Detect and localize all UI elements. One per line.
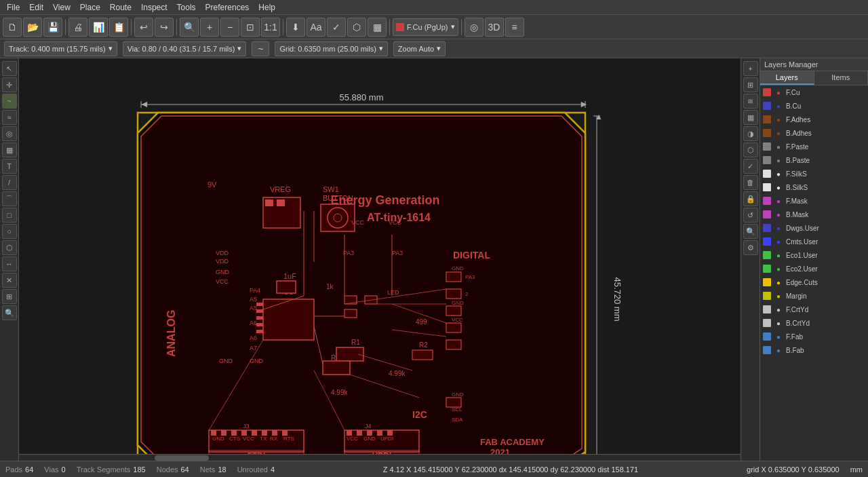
layer-visibility-icon[interactable]: ● [774,155,783,165]
pcb-view[interactable]: Energy Generation AT-tiny-1614 ANALOG DI… [19,58,741,461]
layer-visibility-icon[interactable]: ● [774,332,783,341]
layer-visibility-icon[interactable]: ● [774,264,783,273]
menu-view[interactable]: View [49,1,75,14]
add-text-tool[interactable]: T [2,159,17,174]
gerber-button[interactable]: 📋 [109,18,128,37]
add-circle-tool[interactable]: ○ [2,224,17,239]
save-button[interactable]: 💾 [43,18,62,37]
zoom-fit-button[interactable]: ⊡ [241,18,260,37]
layer-item-b-crtyd[interactable]: ●B.CrtYd [760,316,868,330]
layer-select[interactable]: F.Cu (PgUp) ▾ [393,18,458,36]
menu-tools[interactable]: Tools [173,1,200,14]
layer-item-cmts-user[interactable]: ●Cmts.User [760,235,868,248]
canvas-area[interactable]: Energy Generation AT-tiny-1614 ANALOG DI… [19,58,741,461]
select-tool[interactable]: ↖ [2,61,17,76]
settings-btn[interactable]: ⚙ [743,240,758,255]
layer-visibility-icon[interactable]: ● [774,210,783,219]
layer-item-f-fab[interactable]: ●F.Fab [760,330,868,343]
track-dropdown[interactable]: Track: 0.400 mm (15.75 mils) ▾ [4,41,117,56]
layer-item-edge-cuts[interactable]: ●Edge.Cuts [760,275,868,289]
layer-item-f-silks[interactable]: ●F.SilkS [760,167,868,180]
footprint-button[interactable]: ⬡ [347,18,366,37]
interactive-router-btn[interactable]: ~ [252,41,269,56]
layer-item-eco1-user[interactable]: ●Eco1.User [760,248,868,262]
layer-visibility-icon[interactable]: ● [774,345,783,355]
lock-btn[interactable]: 🔒 [743,191,758,206]
layer-visibility-icon[interactable]: ● [774,223,783,233]
scroll-thumb[interactable] [155,455,209,461]
layer-item-eco2-user[interactable]: ●Eco2.User [760,262,868,275]
layer-item-f-crtyd[interactable]: ●F.CrtYd [760,303,868,316]
tab-layers[interactable]: Layers [760,71,814,85]
layer-visibility-icon[interactable]: ● [774,128,783,138]
menu-route[interactable]: Route [106,1,136,14]
layer-visibility-icon[interactable]: ● [774,169,783,178]
layer-visibility-icon[interactable]: ● [774,101,783,111]
zoom-dropdown[interactable]: Zoom Auto ▾ [393,41,446,56]
add-zone-tool[interactable]: ▦ [2,142,17,157]
highlight-button[interactable]: ◎ [465,18,484,37]
menu-preferences[interactable]: Preferences [201,1,254,14]
delete-tool[interactable]: ✕ [2,273,17,288]
delete-btn[interactable]: 🗑 [743,175,758,190]
layer-item-b-adhes[interactable]: ●B.Adhes [760,126,868,140]
layer-visibility-icon[interactable]: ● [774,250,783,260]
move-tool[interactable]: ✛ [2,77,17,92]
menu-inspect[interactable]: Inspect [137,1,172,14]
horizontal-scrollbar[interactable] [19,454,741,461]
layer-item-margin[interactable]: ●Margin [760,289,868,303]
3d-button[interactable]: 3D [485,18,504,37]
zoom-search-button[interactable]: 🔍 [180,18,199,37]
add-polygon-tool[interactable]: ⬡ [2,240,17,255]
high-contrast-btn[interactable]: ◑ [743,126,758,141]
footprint-tool[interactable]: ⊞ [2,289,17,304]
layer-visibility-icon[interactable]: ● [774,88,783,97]
plot-button[interactable]: 📊 [89,18,108,37]
netlist-button[interactable]: ⬇ [286,18,305,37]
snap-btn[interactable]: + [743,61,758,76]
layer-item-b-cu[interactable]: ●B.Cu [760,99,868,113]
route-track-tool[interactable]: ~ [2,94,17,109]
layer-item-b-mask[interactable]: ●B.Mask [760,208,868,221]
layer-item-f-paste[interactable]: ●F.Paste [760,140,868,153]
grid-snap-btn[interactable]: ⊞ [743,77,758,92]
layer-visibility-icon[interactable]: ● [774,305,783,314]
add-via-tool[interactable]: ◎ [2,126,17,141]
layer-item-f-adhes[interactable]: ●F.Adhes [760,113,868,126]
add-line-tool[interactable]: / [2,175,17,190]
drc-button[interactable]: ✓ [327,18,346,37]
copper-fill-button[interactable]: ▦ [368,18,387,37]
menu-edit[interactable]: Edit [25,1,47,14]
layer-visibility-icon[interactable]: ● [774,142,783,151]
layer-item-f-cu[interactable]: ●F.Cu [760,85,868,99]
open-button[interactable]: 📂 [23,18,42,37]
menu-help[interactable]: Help [254,1,279,14]
zoom-in-button[interactable]: + [200,18,219,37]
grid-dropdown[interactable]: Grid: 0.6350 mm (25.00 mils) ▾ [275,41,387,56]
new-button[interactable]: 🗋 [3,18,22,37]
ratsnest-btn[interactable]: ≋ [743,94,758,109]
redo-button[interactable]: ↪ [155,18,174,37]
calculator-button[interactable]: ≡ [505,18,524,37]
via-dropdown[interactable]: Via: 0.80 / 0.40 (31.5 / 15.7 mils) ▾ [123,41,247,56]
layer-item-dwgs-user[interactable]: ●Dwgs.User [760,221,868,235]
zoom-out-button[interactable]: − [220,18,239,37]
drc-btn2[interactable]: ✓ [743,159,758,174]
layer-item-b-fab[interactable]: ●B.Fab [760,343,868,357]
inspect-tool[interactable]: 🔍 [2,305,17,320]
layer-visibility-icon[interactable]: ● [774,278,783,287]
layer-visibility-icon[interactable]: ● [774,318,783,328]
layer-visibility-icon[interactable]: ● [774,196,783,206]
annotate-button[interactable]: Aa [307,18,326,37]
diff-pair-tool[interactable]: ≈ [2,110,17,125]
layer-visibility-icon[interactable]: ● [774,237,783,246]
refresh-btn[interactable]: ↺ [743,208,758,223]
print-button[interactable]: 🖨 [68,18,87,37]
menu-file[interactable]: File [3,1,24,14]
layer-visibility-icon[interactable]: ● [774,115,783,124]
layer-visibility-icon[interactable]: ● [774,291,783,301]
search-btn2[interactable]: 🔍 [743,224,758,239]
undo-button[interactable]: ↩ [134,18,153,37]
zoom-actual-button[interactable]: 1:1 [261,18,280,37]
add-rect-tool[interactable]: □ [2,208,17,223]
